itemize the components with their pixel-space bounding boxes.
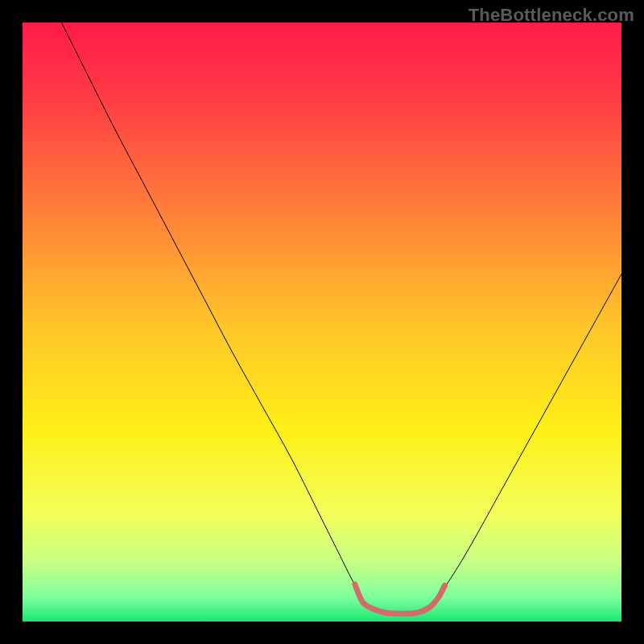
- gradient-background: [23, 23, 621, 621]
- watermark-text: TheBottleneck.com: [469, 5, 634, 26]
- chart-svg: [23, 23, 621, 621]
- plot-area: [23, 23, 621, 621]
- chart-frame: TheBottleneck.com: [0, 0, 644, 644]
